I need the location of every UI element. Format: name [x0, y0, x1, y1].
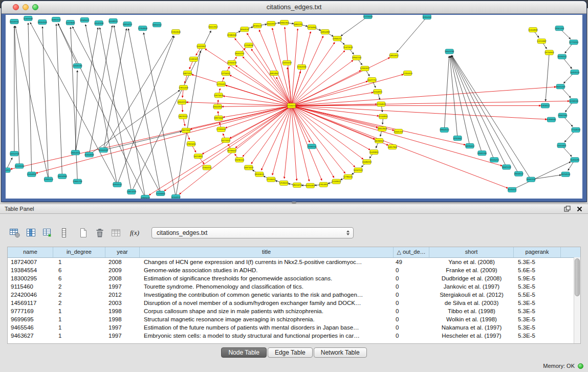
- row-height-icon[interactable]: [57, 226, 71, 239]
- network-node[interactable]: 16845310: [51, 17, 61, 22]
- network-node[interactable]: 18610213: [292, 183, 302, 187]
- network-window-titlebar[interactable]: citations_edges.txt: [2, 1, 586, 14]
- zoom-button[interactable]: [32, 4, 38, 10]
- network-node[interactable]: 14850812: [389, 53, 399, 58]
- network-node[interactable]: 17536412: [266, 177, 276, 182]
- network-node[interactable]: 16045128: [502, 165, 511, 169]
- network-node[interactable]: 20160533: [99, 148, 108, 152]
- network-node[interactable]: 16354809: [84, 152, 94, 157]
- network-node[interactable]: 16273112: [221, 138, 231, 143]
- network-node[interactable]: 18096914: [375, 139, 384, 143]
- network-node[interactable]: 13201419: [282, 60, 292, 65]
- network-node[interactable]: 11873419: [214, 93, 224, 98]
- table-row[interactable]: 1872400712008Changes of HCN gene express…: [8, 258, 580, 266]
- new-table-icon[interactable]: [77, 226, 90, 239]
- network-node[interactable]: 16342150: [526, 177, 536, 182]
- network-node[interactable]: 14850398: [320, 30, 330, 34]
- network-node[interactable]: 17293610: [216, 127, 226, 132]
- network-node[interactable]: 10354912: [6, 168, 11, 172]
- network-node[interactable]: 17354908: [138, 26, 148, 31]
- network-node[interactable]: 19734903: [545, 50, 554, 55]
- network-node[interactable]: 18973341: [214, 116, 224, 120]
- network-node[interactable]: 17654911: [319, 182, 329, 187]
- network-node[interactable]: 16504312: [171, 194, 181, 199]
- network-node[interactable]: 18799407: [227, 148, 237, 153]
- network-node[interactable]: 16253811: [193, 154, 203, 159]
- network-node[interactable]: 12845019: [141, 195, 150, 199]
- network-node[interactable]: 14200419: [227, 60, 237, 65]
- scrollbar-thumb[interactable]: [575, 258, 580, 296]
- network-node[interactable]: 14957904: [387, 145, 397, 149]
- network-node[interactable]: 16077712: [367, 78, 377, 82]
- network-node[interactable]: 15493811: [369, 150, 379, 155]
- table-row[interactable]: 1830029562008Estimation of significance …: [8, 274, 580, 282]
- network-node[interactable]: 19561203: [555, 26, 564, 31]
- network-node[interactable]: 14250713: [10, 151, 19, 156]
- network-node[interactable]: 12774310: [569, 40, 579, 45]
- network-node[interactable]: 15958112: [540, 103, 550, 108]
- table-row[interactable]: 1938455462009Genome-wide association stu…: [8, 266, 580, 274]
- table-scrollbar[interactable]: [574, 257, 580, 343]
- network-node[interactable]: 18054213: [71, 150, 80, 155]
- network-node[interactable]: 11343109: [24, 16, 33, 21]
- network-node[interactable]: 17450313: [403, 71, 412, 75]
- network-node[interactable]: 18324610: [255, 172, 265, 177]
- network-node[interactable]: 19342160: [558, 113, 568, 118]
- network-node[interactable]: 16012312: [208, 25, 218, 29]
- network-node[interactable]: 16973419: [244, 165, 254, 170]
- network-node[interactable]: 19345621: [80, 18, 90, 23]
- network-node[interactable]: 18244109: [37, 20, 47, 25]
- network-node[interactable]: 8180434: [423, 15, 431, 19]
- network-node[interactable]: 12536419: [279, 181, 289, 185]
- network-node[interactable]: 15162530: [297, 64, 307, 69]
- column-header-title[interactable]: title: [140, 247, 394, 257]
- network-node[interactable]: 10541522: [354, 168, 363, 172]
- network-node[interactable]: 18344537: [240, 27, 250, 32]
- network-node[interactable]: 18904510: [440, 127, 449, 132]
- network-node[interactable]: 20533190: [73, 63, 82, 68]
- network-node[interactable]: 15344112: [202, 165, 212, 170]
- network-node[interactable]: 16935412: [465, 144, 475, 148]
- network-node[interactable]: 18236110: [235, 158, 245, 162]
- network-node[interactable]: 18450112: [153, 23, 162, 27]
- network-node[interactable]: 16953102: [113, 182, 122, 187]
- minimize-button[interactable]: [23, 4, 29, 10]
- function-builder-icon[interactable]: f(x): [129, 226, 142, 239]
- network-node[interactable]: 12010453: [557, 143, 567, 148]
- network-node[interactable]: 12753417: [216, 82, 226, 86]
- column-header-out_degree[interactable]: △ out_de…: [394, 247, 429, 257]
- network-node[interactable]: 16643794: [445, 49, 454, 54]
- network-node[interactable]: 15248613: [332, 179, 341, 184]
- table-row[interactable]: 977716911998Corpus callosum shape and si…: [8, 307, 580, 315]
- table-row[interactable]: 2242004622012Investigating the contribut…: [8, 291, 580, 299]
- tab-node-table[interactable]: Node Table: [221, 347, 267, 358]
- network-node[interactable]: 18634512: [514, 171, 524, 176]
- table-row[interactable]: 946362711997Embryonic stem cells: a mode…: [8, 332, 580, 340]
- network-node[interactable]: 16194512: [557, 54, 567, 59]
- show-columns-icon[interactable]: [25, 226, 38, 239]
- tab-edge-table[interactable]: Edge Table: [268, 347, 313, 358]
- column-header-short[interactable]: short: [429, 247, 514, 257]
- network-graph[interactable]: 1724021322080348183445371956502116640910…: [6, 15, 582, 199]
- network-node[interactable]: 15901843: [171, 30, 181, 34]
- network-node[interactable]: 12450916: [27, 172, 37, 177]
- table-selector-dropdown[interactable]: citations_edges.txt: [151, 227, 354, 238]
- network-node[interactable]: 16640910: [266, 21, 276, 26]
- network-node[interactable]: 12164622: [376, 102, 386, 106]
- network-node[interactable]: 15184512: [307, 144, 317, 149]
- network-node[interactable]: 14420907: [197, 44, 206, 49]
- column-header-year[interactable]: year: [105, 247, 140, 257]
- column-header-in_degree[interactable]: in_degree: [53, 247, 105, 257]
- network-node[interactable]: 16086919: [362, 160, 372, 164]
- network-node[interactable]: 20044910: [213, 104, 223, 109]
- network-node[interactable]: 15472619: [343, 45, 353, 50]
- network-node[interactable]: 12208534: [244, 43, 254, 48]
- network-node[interactable]: 22041207: [394, 129, 403, 134]
- float-window-icon[interactable]: [563, 205, 571, 212]
- network-node[interactable]: 15182427: [189, 57, 199, 61]
- network-node[interactable]: 16455091: [570, 158, 580, 162]
- network-node[interactable]: 15723419: [363, 15, 373, 19]
- network-node[interactable]: 15905718: [73, 179, 82, 184]
- network-node[interactable]: 19861901: [279, 20, 289, 25]
- close-button[interactable]: [13, 4, 19, 10]
